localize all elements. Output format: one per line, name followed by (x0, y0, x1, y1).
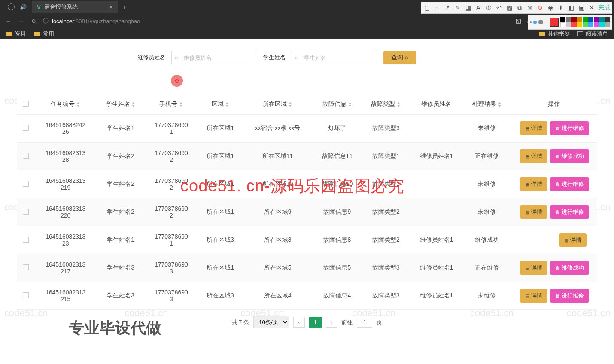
sort-icon[interactable]: ▲▼ (348, 101, 352, 107)
cell-loc: 所在区域9 (243, 198, 312, 226)
success-button[interactable]: 🗑维修成功 (550, 149, 589, 163)
annotation-toolbar[interactable]: ▢ ○ ↗ ✎ ▦ A ① ↶ ▩ ⧉ ⤨ ⊙ ◉ ⬇ ◧ ▣ ✕ 完成 (421, 2, 612, 14)
cell-id: 164516888242 26 (34, 115, 97, 143)
detail-icon: ▤ (525, 293, 529, 298)
detail-button[interactable]: ▤详情 (520, 261, 547, 275)
new-tab-button[interactable]: + (123, 4, 126, 10)
vue-logo-icon: V (37, 4, 41, 10)
repair-button[interactable]: 🗑进行维修 (550, 177, 589, 191)
list-icon (577, 31, 583, 36)
number-tool-icon[interactable]: ① (485, 4, 492, 11)
size-dot-small[interactable] (530, 21, 532, 23)
page-button[interactable]: 1 (309, 317, 322, 328)
circle-tool-icon[interactable]: ○ (433, 4, 441, 11)
detail-icon: ▤ (564, 237, 568, 243)
cell-loc: 所在区域10 (243, 170, 312, 198)
col-actions: 操作 (511, 94, 597, 115)
detail-button[interactable]: ▤详情 (520, 149, 547, 163)
cell-ftype: 故障类型3 (362, 115, 410, 143)
download-icon[interactable]: ⬇ (557, 4, 565, 11)
sort-icon[interactable]: ▲▼ (225, 101, 229, 107)
repair-button[interactable]: 🗑进行维修 (550, 121, 589, 135)
detail-button[interactable]: ▤详情 (520, 205, 547, 219)
cell-ftype: 故障类型3 (362, 254, 410, 282)
marker-tool-icon[interactable]: ▦ (464, 4, 472, 11)
reading-list[interactable]: 阅读清单 (577, 30, 608, 38)
window-icon[interactable]: ▣ (578, 4, 585, 11)
color-palette[interactable] (560, 17, 610, 27)
complete-button[interactable]: 完成 (598, 4, 610, 12)
target-icon[interactable]: ⊙ (536, 4, 544, 11)
back-button[interactable]: ← (4, 18, 12, 24)
repairer-input[interactable] (171, 51, 257, 64)
sort-icon[interactable]: ▲▼ (498, 101, 502, 107)
row-checkbox[interactable] (23, 264, 29, 270)
site-info-icon[interactable]: ⓘ (43, 17, 49, 25)
repair-button[interactable]: 🗑进行维修 (550, 205, 589, 219)
pin-icon[interactable]: ◧ (567, 4, 575, 11)
size-dot-med[interactable] (533, 21, 537, 24)
detail-button[interactable]: ▤详情 (520, 121, 547, 135)
undo-icon[interactable]: ↶ (495, 4, 503, 11)
cell-actions: ▤详情🗑进行维修 (511, 282, 597, 310)
shuffle-icon[interactable]: ⤨ (526, 4, 534, 11)
forward-button[interactable]: → (17, 18, 25, 24)
size-dot-large[interactable] (538, 20, 543, 24)
detail-button[interactable]: ▤详情 (520, 177, 547, 191)
sort-icon[interactable]: ▲▼ (288, 101, 292, 107)
copy-icon[interactable]: ⧉ (516, 4, 523, 12)
sort-icon[interactable]: ▲▼ (396, 101, 401, 107)
row-checkbox[interactable] (23, 125, 29, 131)
rect-tool-icon[interactable]: ▢ (423, 4, 431, 11)
cell-phone: 1770378690 3 (145, 282, 198, 310)
bookmark-item[interactable]: 资料 (6, 30, 26, 38)
pen-tool-icon[interactable]: ✎ (454, 4, 462, 11)
next-page-button[interactable]: › (326, 317, 337, 328)
prev-page-button[interactable]: ‹ (293, 317, 304, 328)
delete-icon: 🗑 (555, 265, 560, 270)
address-bar[interactable]: ⓘ localhost:8081/#/guzhangshangbao (43, 17, 511, 25)
repair-button[interactable]: 🗑进行维修 (550, 289, 589, 303)
detail-button[interactable]: ▤详情 (559, 233, 587, 247)
record-icon[interactable]: ◉ (547, 4, 554, 11)
bookmark-item[interactable]: 常用 (34, 30, 54, 38)
browser-tab[interactable]: V 宿舍报修系统 × (32, 1, 118, 13)
close-icon[interactable]: ✕ (588, 4, 596, 11)
arrow-tool-icon[interactable]: ↗ (444, 4, 451, 11)
cursor-marker-icon: ✢ (171, 75, 183, 87)
row-checkbox[interactable] (23, 237, 29, 243)
sort-icon[interactable]: ▲▼ (76, 101, 80, 107)
mosaic-icon[interactable]: ▩ (505, 4, 513, 11)
reload-button[interactable]: ⟳ (30, 18, 38, 24)
cell-fault: 故障信息11 (313, 143, 362, 170)
goto-label: 前往 (341, 318, 353, 326)
query-button[interactable]: 查询 ⌕ (383, 51, 416, 64)
close-tab-icon[interactable]: × (109, 4, 112, 10)
success-button[interactable]: 🗑维修成功 (550, 261, 589, 275)
text-tool-icon[interactable]: A (474, 4, 482, 11)
row-checkbox[interactable] (23, 292, 29, 298)
page-size-select[interactable]: 10条/页 (253, 316, 289, 328)
cell-actions: ▤详情🗑进行维修 (511, 170, 597, 198)
row-checkbox[interactable] (23, 153, 29, 159)
sort-icon[interactable]: ▲▼ (179, 101, 183, 107)
current-color[interactable] (550, 18, 559, 27)
sort-icon[interactable]: ▲▼ (131, 101, 136, 107)
other-bookmarks[interactable]: 其他书签 (539, 30, 570, 38)
cell-actions: ▤详情🗑维修成功 (511, 254, 597, 282)
cell-name: 学生姓名3 (97, 282, 145, 310)
detail-icon: ▤ (525, 126, 529, 131)
sound-icon[interactable]: 🔊 (20, 4, 26, 10)
cell-fault: 故障信息10 (313, 170, 362, 198)
col-task-id: 任务编号▲▼ (34, 94, 97, 115)
select-all-checkbox[interactable] (23, 101, 29, 107)
col-fault-type: 故障类型▲▼ (362, 94, 410, 115)
col-worker: 维修员姓名 (410, 94, 463, 115)
row-checkbox[interactable] (23, 209, 29, 215)
detail-button[interactable]: ▤详情 (520, 289, 547, 303)
row-checkbox[interactable] (23, 181, 29, 187)
goto-page-input[interactable] (357, 317, 372, 328)
student-input[interactable] (292, 51, 377, 64)
key-icon[interactable]: ⚿ (516, 18, 521, 24)
color-toolbar[interactable] (528, 15, 612, 30)
